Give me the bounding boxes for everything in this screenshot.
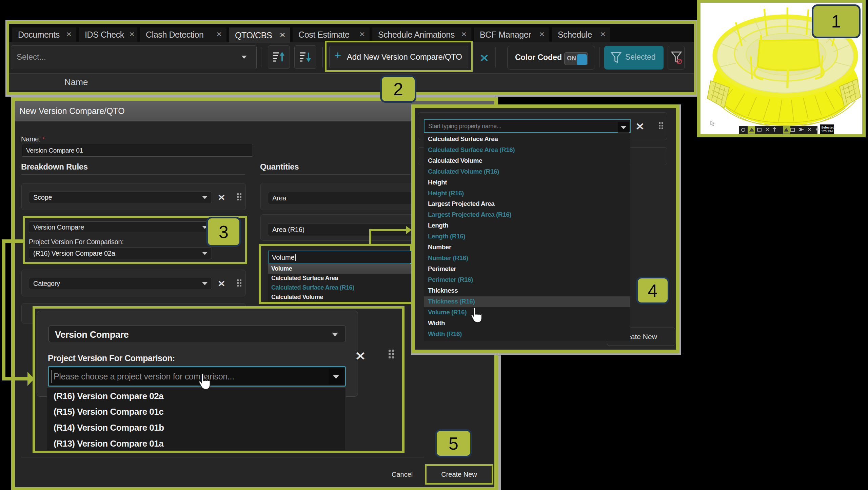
svg-text:Selected:: Selected: — [821, 125, 835, 129]
svg-text:0: 0 — [800, 128, 802, 132]
svg-text:170,994: 170,994 — [821, 129, 833, 133]
